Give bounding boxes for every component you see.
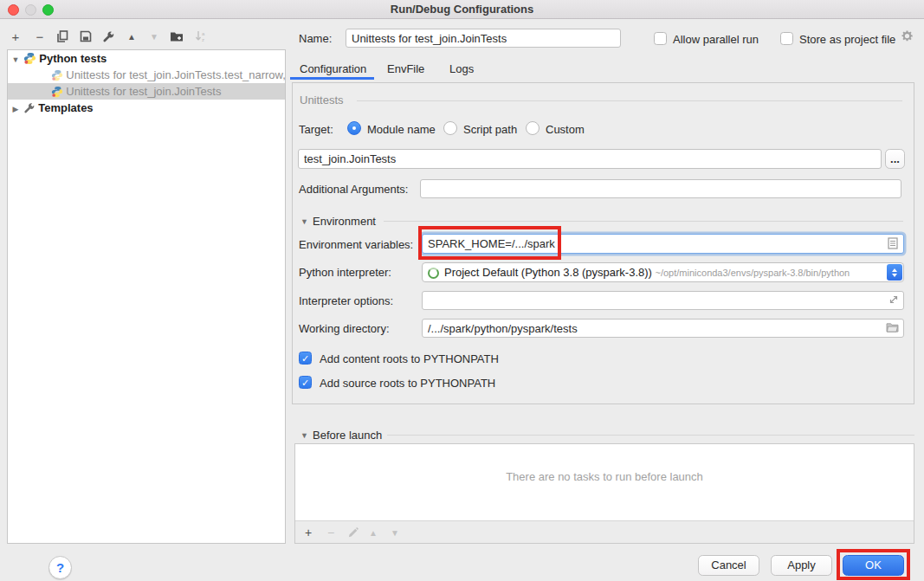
environment-collapse-icon[interactable]: ▼ — [300, 217, 308, 226]
conda-env-icon — [428, 268, 439, 279]
python-icon — [51, 69, 63, 83]
environment-variables-label: Environment variables: — [299, 238, 413, 251]
configurations-tree: ▼ Python tests Unittests for test_join.J… — [7, 49, 286, 544]
before-launch-collapse-icon[interactable]: ▼ — [300, 431, 308, 440]
interpreter-value: Project Default (Python 3.8 (pyspark-3.8… — [444, 266, 652, 279]
section-divider — [384, 221, 903, 222]
collapse-arrow-icon[interactable]: ▼ — [11, 52, 20, 67]
move-task-up-icon: ▲ — [365, 525, 381, 540]
tree-item-jointests-selected[interactable]: Unittests for test_join.JoinTests — [8, 83, 285, 100]
expand-field-icon[interactable] — [888, 294, 899, 307]
radio-module-name[interactable] — [347, 121, 361, 135]
group-divider — [357, 100, 902, 101]
edit-templates-wrench-icon[interactable] — [100, 29, 116, 44]
tree-item-label: Python tests — [39, 52, 107, 65]
store-as-project-file-checkbox[interactable] — [780, 32, 793, 45]
edit-variables-list-icon[interactable] — [888, 237, 898, 252]
name-input[interactable] — [346, 29, 621, 48]
environment-variables-input[interactable] — [422, 234, 904, 254]
python-icon — [23, 52, 36, 67]
tree-item-python-tests[interactable]: ▼ Python tests — [8, 50, 285, 67]
tree-item-label: Templates — [38, 101, 93, 114]
remove-configuration-icon[interactable]: − — [32, 29, 48, 44]
tree-item-label: Unittests for test_join.JoinTests.test_n… — [66, 68, 285, 81]
wrench-icon — [23, 102, 36, 116]
section-divider — [387, 435, 914, 436]
svg-text:z: z — [202, 37, 204, 42]
target-label: Target: — [299, 123, 333, 136]
copy-configuration-icon[interactable] — [55, 29, 70, 44]
tab-envfile[interactable]: EnvFile — [387, 62, 424, 75]
apply-button[interactable]: Apply — [771, 555, 832, 576]
browse-folder-icon[interactable] — [886, 322, 899, 335]
combo-stepper-icon[interactable] — [887, 264, 902, 281]
radio-module-name-label: Module name — [367, 123, 436, 136]
help-button[interactable]: ? — [48, 556, 72, 579]
run-debug-configurations-dialog: Run/Debug Configurations + − ▲ ▼ az ▼ Py… — [0, 0, 924, 581]
tab-configuration[interactable]: Configuration — [300, 62, 366, 75]
edit-task-pencil-icon — [345, 525, 360, 540]
move-task-down-icon: ▼ — [387, 525, 403, 540]
environment-section-title: Environment — [313, 215, 376, 228]
save-configuration-icon[interactable] — [78, 29, 94, 44]
before-launch-section-title: Before launch — [313, 429, 382, 442]
add-source-roots-label: Add source roots to PYTHONPATH — [320, 377, 495, 390]
tree-item-label: Unittests for test_join.JoinTests — [66, 85, 221, 98]
allow-parallel-run-checkbox[interactable] — [654, 32, 667, 45]
before-launch-task-list: There are no tasks to run before launch … — [294, 443, 914, 544]
interpreter-options-input[interactable] — [422, 291, 904, 310]
module-name-input[interactable] — [298, 149, 882, 169]
radio-script-path[interactable] — [443, 121, 457, 135]
add-task-icon[interactable]: + — [300, 525, 316, 540]
tree-item-test-narrow[interactable]: Unittests for test_join.JoinTests.test_n… — [8, 67, 285, 83]
interpreter-options-label: Interpreter options: — [299, 294, 393, 307]
window-title: Run/Debug Configurations — [0, 0, 924, 19]
name-label: Name: — [299, 32, 332, 45]
titlebar: Run/Debug Configurations — [0, 0, 924, 19]
radio-custom-label: Custom — [546, 123, 585, 136]
python-interpreter-select[interactable]: Project Default (Python 3.8 (pyspark-3.8… — [422, 262, 904, 282]
unittests-group-title: Unittests — [300, 94, 344, 107]
before-launch-empty-text: There are no tasks to run before launch — [295, 470, 914, 483]
svg-text:a: a — [202, 31, 205, 36]
add-content-roots-label: Add content roots to PYTHONPATH — [320, 352, 499, 365]
expand-arrow-icon[interactable]: ▶ — [11, 101, 20, 116]
move-up-icon[interactable]: ▲ — [124, 29, 139, 44]
active-tab-underline — [290, 77, 374, 80]
browse-module-button[interactable]: ... — [885, 149, 905, 169]
store-as-project-file-label: Store as project file — [799, 33, 895, 46]
additional-arguments-label: Additional Arguments: — [299, 183, 408, 196]
gear-icon[interactable] — [901, 29, 914, 45]
python-interpreter-label: Python interpreter: — [299, 266, 391, 279]
remove-task-icon: − — [323, 525, 339, 540]
before-launch-toolbar: + − ▲ ▼ — [295, 520, 914, 543]
interpreter-path: ~/opt/miniconda3/envs/pyspark-3.8/bin/py… — [656, 268, 850, 278]
working-directory-label: Working directory: — [299, 322, 390, 335]
python-icon — [51, 86, 63, 100]
ok-button[interactable]: OK — [843, 555, 904, 576]
new-folder-icon[interactable] — [169, 29, 184, 44]
radio-script-path-label: Script path — [463, 123, 517, 136]
tab-logs[interactable]: Logs — [449, 62, 474, 75]
move-down-icon: ▼ — [146, 29, 162, 44]
additional-arguments-input[interactable] — [420, 179, 901, 198]
allow-parallel-run-label: Allow parallel run — [673, 33, 759, 46]
add-source-roots-checkbox[interactable]: ✓ — [299, 376, 312, 389]
tree-item-templates[interactable]: ▶ Templates — [8, 100, 285, 116]
add-configuration-icon[interactable]: + — [8, 29, 23, 44]
sort-configurations-icon: az — [193, 29, 209, 44]
cancel-button[interactable]: Cancel — [698, 555, 759, 576]
working-directory-input[interactable] — [422, 319, 904, 338]
radio-custom[interactable] — [526, 121, 540, 135]
add-content-roots-checkbox[interactable]: ✓ — [299, 352, 312, 365]
